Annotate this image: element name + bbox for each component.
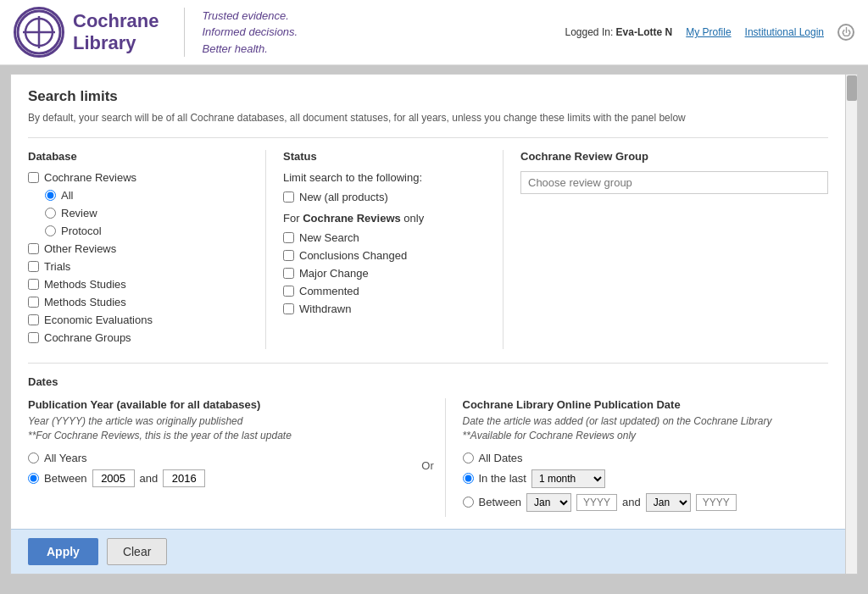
apply-button[interactable]: Apply (28, 538, 98, 565)
all-radio[interactable] (45, 190, 56, 201)
list-item: Cochrane Reviews (28, 171, 248, 184)
cochrane-reviews-checkbox[interactable] (28, 172, 39, 183)
withdrawn-checkbox[interactable] (283, 303, 294, 314)
between-label: Between (44, 472, 87, 485)
list-item: Cochrane Groups (28, 331, 248, 344)
cochrane-groups-label: Cochrane Groups (44, 331, 131, 344)
online-pub-note: Date the article was added (or last upda… (463, 414, 829, 443)
economic-evaluations-checkbox[interactable] (28, 314, 39, 325)
conclusions-changed-label: Conclusions Changed (299, 249, 407, 262)
dates-heading: Dates (28, 375, 828, 388)
to-month-select[interactable]: JanFebMarApr MayJunJulAug SepOctNovDec (646, 493, 691, 512)
list-item: Review (45, 207, 248, 219)
review-radio[interactable] (45, 208, 56, 219)
list-item: Methods Studies (28, 296, 248, 308)
new-all-products-checkbox[interactable] (283, 192, 294, 203)
list-item: All (45, 189, 248, 202)
pub-year-heading: Publication Year (available for all data… (28, 398, 394, 411)
new-search-checkbox[interactable] (283, 232, 294, 243)
new-all-products-label: New (all products) (299, 191, 388, 203)
protocol-radio[interactable] (45, 225, 56, 236)
commented-label: Commented (299, 285, 359, 297)
between-dates-radio[interactable] (463, 497, 474, 508)
between-years-row: Between and (28, 469, 394, 487)
pub-year-column: Publication Year (available for all data… (28, 398, 411, 517)
logo-library-text: Library (73, 32, 159, 54)
cochrane-groups-checkbox[interactable] (28, 332, 39, 343)
main-wrapper: Search limits By default, your search wi… (0, 65, 868, 583)
from-date-year-input[interactable] (576, 494, 617, 511)
methods-studies-checkbox[interactable] (28, 279, 39, 290)
dates-section: Dates Publication Year (available for al… (28, 363, 828, 529)
online-pub-column: Cochrane Library Online Publication Date… (445, 398, 829, 517)
tagline-line1: Trusted evidence. (202, 8, 298, 25)
review-label: Review (61, 207, 97, 219)
other-reviews-checkbox[interactable] (28, 243, 39, 254)
list-item: Methods Studies (28, 278, 248, 291)
pub-year-note: Year (YYYY) the article was originally p… (28, 414, 394, 443)
all-years-row: All Years (28, 452, 394, 464)
online-pub-note2: **Available for Cochrane Reviews only (463, 429, 829, 443)
trials-checkbox[interactable] (28, 261, 39, 272)
in-last-radio[interactable] (463, 473, 474, 484)
review-group-input[interactable] (520, 171, 828, 194)
major-change-label: Major Change (299, 267, 369, 280)
technology-assessments-label: Methods Studies (44, 296, 126, 308)
and-dates-label: and (622, 496, 641, 508)
power-icon[interactable]: ⏻ (837, 24, 854, 41)
content-panel: Search limits By default, your search wi… (10, 74, 858, 575)
tagline-line2: Informed decisions. (202, 24, 298, 41)
withdrawn-label: Withdrawn (299, 303, 351, 315)
list-item: Major Change (283, 267, 486, 280)
logo-cochrane-text: Cochrane (73, 10, 159, 32)
new-search-label: New Search (299, 231, 359, 244)
trials-label: Trials (44, 260, 70, 273)
pub-year-note1: Year (YYYY) the article was originally p… (28, 414, 394, 429)
logo-text: Cochrane Library (73, 10, 159, 55)
list-item: New Search (283, 231, 486, 244)
my-profile-link[interactable]: My Profile (686, 26, 731, 38)
panel-title: Search limits (28, 88, 828, 105)
month-select[interactable]: 1 month 3 months 6 months 12 months (531, 469, 605, 488)
logged-in-user: Eva-Lotte N (616, 26, 673, 38)
list-item: Other Reviews (28, 242, 248, 255)
major-change-checkbox[interactable] (283, 268, 294, 279)
from-month-select[interactable]: JanFebMarApr MayJunJulAug SepOctNovDec (526, 493, 571, 512)
list-item: Commented (283, 285, 486, 297)
panel-content: Search limits By default, your search wi… (11, 75, 845, 529)
all-years-radio[interactable] (28, 452, 39, 464)
pub-year-note2: **For Cochrane Reviews, this is the year… (28, 429, 394, 443)
all-dates-label: All Dates (479, 452, 523, 464)
from-year-input[interactable] (92, 469, 135, 487)
all-dates-row: All Dates (463, 452, 829, 464)
database-heading: Database (28, 150, 248, 163)
scrollbar-thumb[interactable] (847, 75, 857, 101)
status-heading: Status (283, 150, 486, 163)
institutional-login-link[interactable]: Institutional Login (745, 26, 824, 38)
commented-checkbox[interactable] (283, 286, 294, 297)
in-last-label: In the last (479, 472, 526, 485)
to-date-year-input[interactable] (696, 494, 737, 511)
list-item: Trials (28, 260, 248, 273)
scrollbar-track[interactable] (845, 75, 857, 574)
list-item: Withdrawn (283, 303, 486, 315)
tagline: Trusted evidence. Informed decisions. Be… (184, 8, 298, 58)
conclusions-changed-checkbox[interactable] (283, 250, 294, 261)
between-years-radio[interactable] (28, 473, 39, 484)
cochrane-reviews-label: Cochrane Reviews (44, 171, 136, 184)
list-item: New (all products) (283, 191, 486, 203)
online-pub-note1: Date the article was added (or last upda… (463, 414, 829, 429)
between-dates-label: Between (479, 496, 522, 508)
clear-button[interactable]: Clear (107, 538, 167, 565)
logo-area: Cochrane Library (14, 7, 159, 58)
status-column: Status Limit search to the following: Ne… (265, 150, 503, 349)
other-reviews-label: Other Reviews (44, 242, 116, 255)
all-dates-radio[interactable] (463, 452, 474, 464)
tagline-line3: Better health. (202, 41, 298, 58)
technology-assessments-checkbox[interactable] (28, 297, 39, 308)
to-year-input[interactable] (163, 469, 205, 487)
limit-label: Limit search to the following: (283, 171, 486, 184)
cochrane-reviews-bold: Cochrane Reviews (303, 212, 401, 225)
panel-description: By default, your search will be of all C… (28, 112, 828, 124)
economic-evaluations-label: Economic Evaluations (44, 314, 153, 326)
